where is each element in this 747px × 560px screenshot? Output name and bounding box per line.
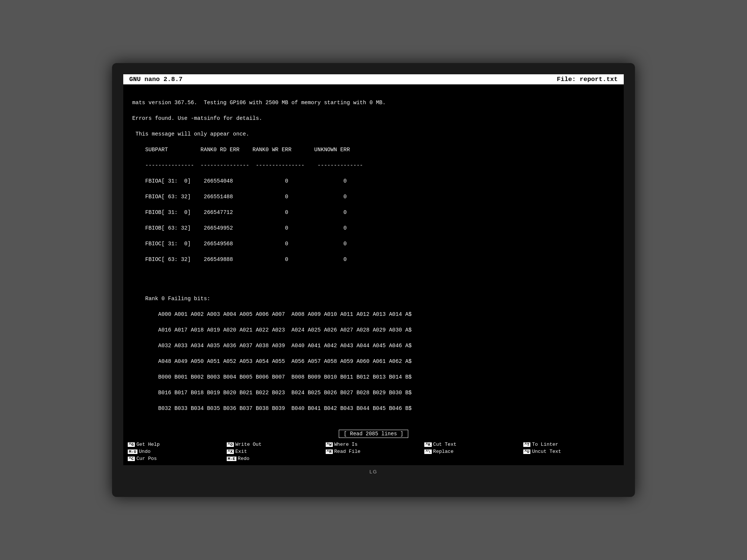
shortcut-uncut-text[interactable]: ^U Uncut Text (522, 448, 621, 455)
table-row-3: FBIOB[ 63: 32] 266549952 0 0 (132, 224, 615, 232)
shortcut-to-linter[interactable]: ^T To Linter (522, 441, 621, 448)
shortcut-label-where-is: Where Is (334, 442, 357, 447)
shortcut-redo[interactable]: M-E Redo (225, 455, 324, 462)
shortcut-label-write-out: Write Out (235, 442, 261, 447)
shortcut-label-redo: Redo (238, 456, 249, 461)
shortcut-label-get-help: Get Help (136, 442, 159, 447)
bits-row-3: A048 A049 A050 A051 A052 A053 A054 A055 … (132, 358, 615, 365)
content-area: mats version 367.56. Testing GP106 with … (123, 84, 624, 429)
shortcut-get-help[interactable]: ^G Get Help (126, 441, 225, 448)
shortcut-label-cur-pos: Cur Pos (136, 456, 157, 461)
shortcut-label-undo: Undo (139, 449, 151, 454)
content-line3: This message will only appear once. (132, 130, 615, 138)
title-bar: GNU nano 2.8.7 File: report.txt (123, 74, 624, 84)
shortcut-key-bs: ^\ (424, 449, 431, 454)
table-separator: --------------- --------------- --------… (132, 162, 615, 169)
table-row-5: FBIOC[ 63: 32] 266549888 0 0 (132, 256, 615, 264)
shortcut-key-r: ^R (326, 449, 333, 454)
status-bar: [ Read 2085 lines ] (123, 428, 624, 439)
table-header: SUBPART RANK0 RD ERR RANK0 WR ERR UNKNOW… (132, 146, 615, 154)
nano-version: GNU nano 2.8.7 (129, 76, 183, 83)
shortcut-key-c: ^C (128, 457, 135, 461)
bits-row-6: B032 B033 B034 B035 B036 B037 B038 B039 … (132, 405, 615, 413)
shortcut-replace[interactable]: ^\ Replace (423, 448, 522, 455)
table-row-1: FBIOA[ 63: 32] 266551488 0 0 (132, 193, 615, 201)
shortcut-label-exit: Exit (235, 449, 247, 454)
shortcut-label-read-file: Read File (334, 449, 360, 454)
shortcut-label-replace: Replace (433, 449, 454, 454)
shortcut-label-cut-text: Cut Text (433, 442, 456, 447)
shortcut-cut-text[interactable]: ^K Cut Text (423, 441, 522, 448)
bits-row-5: B016 B017 B018 B019 B020 B021 B022 B023 … (132, 389, 615, 397)
shortcut-key-k: ^K (424, 442, 431, 447)
monitor: GNU nano 2.8.7 File: report.txt mats ver… (112, 63, 635, 497)
shortcut-key-w: ^W (326, 442, 333, 447)
bits-row-4: B000 B001 B002 B003 B004 B005 B006 B007 … (132, 373, 615, 381)
shortcut-cur-pos[interactable]: ^C Cur Pos (126, 455, 225, 462)
shortcut-key-t: ^T (523, 442, 530, 447)
shortcut-read-file[interactable]: ^R Read File (324, 448, 423, 455)
shortcut-label-uncut-text: Uncut Text (532, 449, 561, 454)
shortcut-where-is[interactable]: ^W Where Is (324, 441, 423, 448)
shortcut-key-x: ^X (227, 449, 234, 454)
blank-line (132, 279, 615, 287)
shortcut-bar: ^G Get Help ^O Write Out ^W Where Is ^K … (123, 439, 624, 465)
content-line1: mats version 367.56. Testing GP106 with … (132, 99, 615, 107)
file-name: File: report.txt (557, 76, 618, 83)
content-line2: Errors found. Use -matsinfo for details. (132, 115, 615, 122)
table-row-0: FBIOA[ 31: 0] 266554048 0 0 (132, 177, 615, 185)
table-row-4: FBIOC[ 31: 0] 266549568 0 0 (132, 240, 615, 248)
table-row-2: FBIOB[ 31: 0] 266547712 0 0 (132, 209, 615, 217)
shortcut-label-to-linter: To Linter (532, 442, 558, 447)
shortcut-exit[interactable]: ^X Exit (225, 448, 324, 455)
shortcut-undo[interactable]: M-U Undo (126, 448, 225, 455)
bits-row-0: A000 A001 A002 A003 A004 A005 A006 A007 … (132, 311, 615, 318)
bits-row-2: A032 A033 A034 A035 A036 A037 A038 A039 … (132, 342, 615, 350)
shortcut-key-o: ^O (227, 442, 234, 447)
shortcut-key-me: M-E (227, 457, 236, 461)
shortcut-key-mu: M-U (128, 449, 137, 454)
terminal-screen: GNU nano 2.8.7 File: report.txt mats ver… (123, 74, 624, 466)
bits-row-1: A016 A017 A018 A019 A020 A021 A022 A023 … (132, 326, 615, 334)
failing-header: Rank 0 Failing bits: (132, 295, 615, 303)
shortcut-key-g: ^G (128, 442, 135, 447)
status-badge: [ Read 2085 lines ] (339, 430, 408, 438)
monitor-brand: LG (123, 465, 624, 475)
shortcut-write-out[interactable]: ^O Write Out (225, 441, 324, 448)
shortcut-key-u: ^U (523, 449, 530, 454)
